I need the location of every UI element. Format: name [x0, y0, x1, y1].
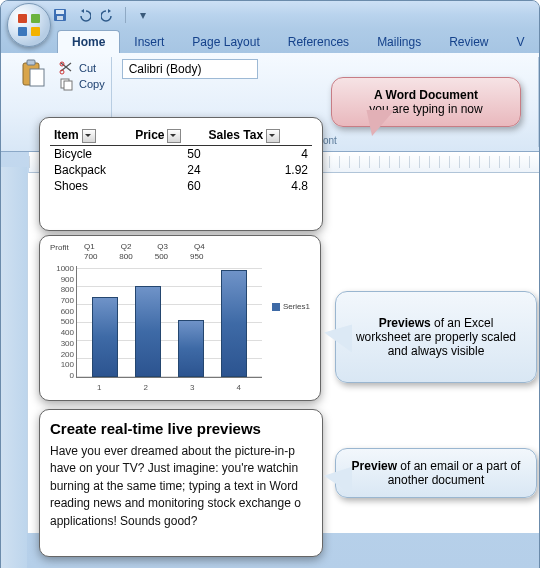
tab-home[interactable]: Home [57, 30, 120, 53]
filter-drop-icon[interactable] [167, 129, 181, 143]
copy-label: Copy [79, 78, 105, 90]
doc-preview-title: Create real-time live previews [50, 420, 312, 437]
quick-access-toolbar: ▾ [1, 1, 539, 29]
tab-references[interactable]: References [274, 31, 363, 53]
table-row: Shoes604.8 [50, 178, 312, 194]
ribbon-tabs: Home Insert Page Layout References Maili… [1, 29, 539, 53]
office-button[interactable] [7, 3, 51, 47]
preview-panel-table[interactable]: Item Price Sales Tax Bicycle504 Backpack… [39, 117, 323, 231]
th-tax[interactable]: Sales Tax [205, 126, 312, 145]
qat-customize-icon[interactable]: ▾ [134, 6, 152, 24]
filter-drop-icon[interactable] [82, 129, 96, 143]
redo-icon[interactable] [99, 6, 117, 24]
font-name-selector[interactable]: Calibri (Body) [122, 59, 258, 79]
preview-panel-document[interactable]: Create real-time live previews Have you … [39, 409, 323, 557]
save-icon[interactable] [51, 6, 69, 24]
table-row: Bicycle504 [50, 145, 312, 162]
cut-label: Cut [79, 62, 96, 74]
scissors-icon [59, 61, 75, 75]
svg-rect-4 [27, 60, 35, 65]
chart-q-labels: Q1Q2Q3Q4 [48, 242, 312, 251]
preview-table: Item Price Sales Tax Bicycle504 Backpack… [50, 126, 312, 194]
chart-bar [92, 297, 118, 377]
chart-profit-label: Profit [50, 243, 69, 252]
font-name-value: Calibri (Body) [129, 62, 202, 76]
preview-panel-chart[interactable]: Profit Q1Q2Q3Q4 700800500950 10009008007… [39, 235, 321, 401]
callout-word-doc: A Word Document you are typing in now [331, 77, 521, 127]
undo-icon[interactable] [75, 6, 93, 24]
tab-review[interactable]: Review [435, 31, 502, 53]
callout-email-preview: Preview of an email or a part of another… [335, 448, 537, 498]
tab-page-layout[interactable]: Page Layout [178, 31, 273, 53]
chart-bar [135, 286, 161, 377]
vertical-ruler[interactable] [1, 167, 27, 568]
chart-bar [221, 270, 247, 377]
paste-icon [19, 59, 47, 87]
chart-y-axis: 10009008007006005004003002001000 [52, 264, 74, 380]
copy-button[interactable]: Copy [59, 77, 105, 91]
th-item[interactable]: Item [50, 126, 131, 145]
svg-rect-5 [30, 69, 44, 86]
doc-preview-body: Have you ever dreamed about the picture-… [50, 443, 312, 530]
table-row: Backpack241.92 [50, 162, 312, 178]
chart-legend: Series1 [272, 302, 310, 311]
svg-rect-9 [64, 81, 72, 90]
th-price[interactable]: Price [131, 126, 204, 145]
tab-mailings[interactable]: Mailings [363, 31, 435, 53]
office-logo-icon [18, 14, 40, 36]
chart-plot-area [76, 266, 262, 378]
tab-view-cut[interactable]: V [503, 31, 539, 53]
chart-x-axis: 1234 [76, 383, 262, 392]
bar-chart: Profit Q1Q2Q3Q4 700800500950 10009008007… [48, 242, 312, 394]
svg-rect-2 [57, 16, 63, 20]
svg-rect-1 [56, 10, 64, 14]
copy-icon [59, 77, 75, 91]
filter-drop-icon[interactable] [266, 129, 280, 143]
cut-button[interactable]: Cut [59, 61, 105, 75]
callout-excel-previews: Previews of an Excel worksheet are prope… [335, 291, 537, 383]
word-window: ▾ Home Insert Page Layout References Mai… [0, 0, 540, 568]
chart-q-values: 700800500950 [48, 252, 312, 261]
chart-bar [178, 320, 204, 378]
qat-separator [125, 7, 126, 23]
tab-insert[interactable]: Insert [120, 31, 178, 53]
